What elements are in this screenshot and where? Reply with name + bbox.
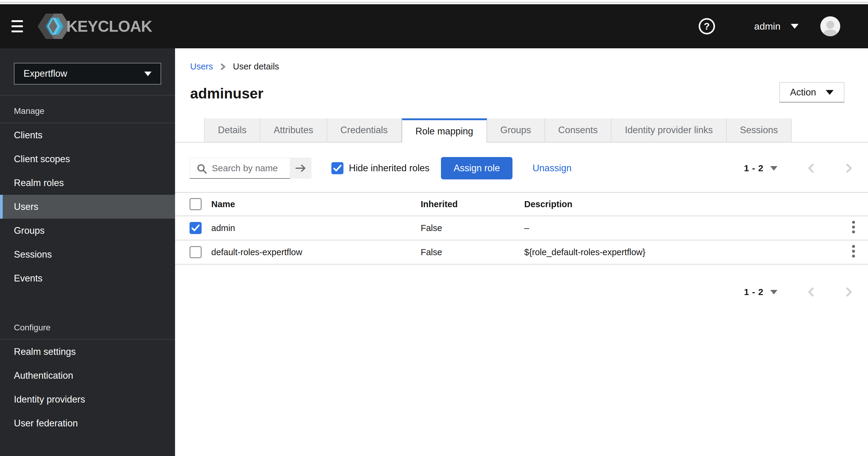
sidebar: Expertflow Manage Clients Client scopes … <box>0 48 175 456</box>
realm-selector-dropdown[interactable]: Expertflow <box>14 63 161 85</box>
role-inherited: False <box>421 247 524 257</box>
sidebar-item-client-scopes[interactable]: Client scopes <box>0 147 175 171</box>
nav-toggle-hamburger-icon[interactable] <box>11 20 23 32</box>
pagination-range: 1 - 2 <box>744 163 764 173</box>
keycloak-logo-icon <box>37 12 71 41</box>
tab-credentials[interactable]: Credentials <box>327 118 402 142</box>
pagination-top: 1 - 2 <box>744 162 854 174</box>
breadcrumb: Users User details <box>190 62 279 72</box>
arrow-right-icon <box>295 164 307 173</box>
role-mapping-table: Name Inherited Description admin False – <box>175 192 868 264</box>
breadcrumb-current: User details <box>233 62 279 72</box>
nav-group-label-manage: Manage <box>0 95 175 123</box>
nav-section-gap <box>0 290 175 312</box>
pagination-options-chevron-down-icon[interactable] <box>770 166 777 171</box>
sidebar-item-identity-providers[interactable]: Identity providers <box>0 388 175 411</box>
action-dropdown-button[interactable]: Action <box>779 82 844 103</box>
table-header-row: Name Inherited Description <box>175 192 868 216</box>
keycloak-logo: KEYCLOAK <box>37 12 152 41</box>
chevron-down-icon <box>144 72 152 76</box>
avatar[interactable] <box>820 16 840 36</box>
table-row-admin: admin False – <box>175 216 868 240</box>
search-icon <box>196 163 208 176</box>
sidebar-item-realm-roles[interactable]: Realm roles <box>0 171 175 195</box>
nav-group-label-configure: Configure <box>0 312 175 339</box>
sidebar-item-user-federation[interactable]: User federation <box>0 411 175 435</box>
tab-consents[interactable]: Consents <box>545 118 612 142</box>
chevron-down-icon <box>791 24 799 29</box>
sidebar-item-users[interactable]: Users <box>0 195 175 219</box>
sidebar-item-realm-settings[interactable]: Realm settings <box>0 340 175 364</box>
brand-text: KEYCLOAK <box>66 17 152 35</box>
masthead: KEYCLOAK ? admin <box>0 4 868 48</box>
assign-role-button[interactable]: Assign role <box>441 157 513 179</box>
pagination-range: 1 - 2 <box>744 287 764 297</box>
check-icon <box>191 224 200 232</box>
action-label: Action <box>790 87 816 98</box>
row-kebab-menu-icon[interactable] <box>850 219 857 238</box>
previous-page-chevron-left-icon[interactable] <box>806 286 815 298</box>
tab-identity-provider-links[interactable]: Identity provider links <box>612 118 726 142</box>
search-input[interactable]: Search by name <box>189 158 290 179</box>
select-all-checkbox[interactable] <box>189 198 202 210</box>
row-kebab-menu-icon[interactable] <box>850 243 857 262</box>
next-page-chevron-right-icon[interactable] <box>844 162 854 174</box>
sidebar-item-sessions[interactable]: Sessions <box>0 243 175 266</box>
search-submit-button[interactable] <box>290 158 311 179</box>
realm-name: Expertflow <box>24 68 67 79</box>
previous-page-chevron-left-icon[interactable] <box>806 162 815 174</box>
column-header-inherited: Inherited <box>421 199 524 209</box>
unassign-link[interactable]: Unassign <box>532 163 571 174</box>
row-checkbox[interactable] <box>189 246 202 258</box>
pagination-options-chevron-down-icon[interactable] <box>770 290 777 294</box>
pagination-bottom: 1 - 2 <box>744 281 854 303</box>
chevron-down-icon <box>826 90 834 95</box>
page-title: adminuser <box>190 85 264 102</box>
column-header-description: Description <box>524 199 839 209</box>
user-name: admin <box>754 21 780 32</box>
tab-sessions[interactable]: Sessions <box>727 118 792 142</box>
user-menu-dropdown[interactable]: admin <box>754 21 799 32</box>
role-description: ${role_default-roles-expertflow} <box>524 247 839 257</box>
next-page-chevron-right-icon[interactable] <box>844 286 854 298</box>
table-row-default-roles: default-roles-expertflow False ${role_de… <box>175 240 868 264</box>
tab-details[interactable]: Details <box>204 118 260 142</box>
breadcrumb-users-link[interactable]: Users <box>190 62 213 72</box>
main-content: Users User details adminuser Action Deta… <box>175 48 868 456</box>
column-header-name: Name <box>211 199 421 209</box>
tab-groups[interactable]: Groups <box>487 118 545 142</box>
sidebar-item-events[interactable]: Events <box>0 266 175 290</box>
chevron-right-icon <box>220 62 226 71</box>
browser-top-strip <box>0 0 868 3</box>
role-description: – <box>524 223 839 233</box>
sidebar-item-clients[interactable]: Clients <box>0 123 175 147</box>
hide-inherited-roles-label[interactable]: Hide inherited roles <box>349 163 430 174</box>
sidebar-item-groups[interactable]: Groups <box>0 219 175 243</box>
role-inherited: False <box>421 223 524 233</box>
tab-role-mapping[interactable]: Role mapping <box>402 118 487 143</box>
role-name: admin <box>211 223 421 233</box>
tab-attributes[interactable]: Attributes <box>260 118 327 142</box>
person-icon <box>820 18 840 36</box>
help-icon[interactable]: ? <box>699 18 715 34</box>
tabs-bar: Details Attributes Credentials Role mapp… <box>175 118 868 143</box>
sidebar-item-authentication[interactable]: Authentication <box>0 364 175 388</box>
row-checkbox[interactable] <box>189 222 202 234</box>
search-placeholder: Search by name <box>212 163 278 173</box>
hide-inherited-roles-checkbox[interactable] <box>331 162 343 174</box>
check-icon <box>333 165 342 172</box>
role-name: default-roles-expertflow <box>211 247 421 257</box>
roles-toolbar: Search by name Hide inherited roles Assi… <box>189 154 854 182</box>
